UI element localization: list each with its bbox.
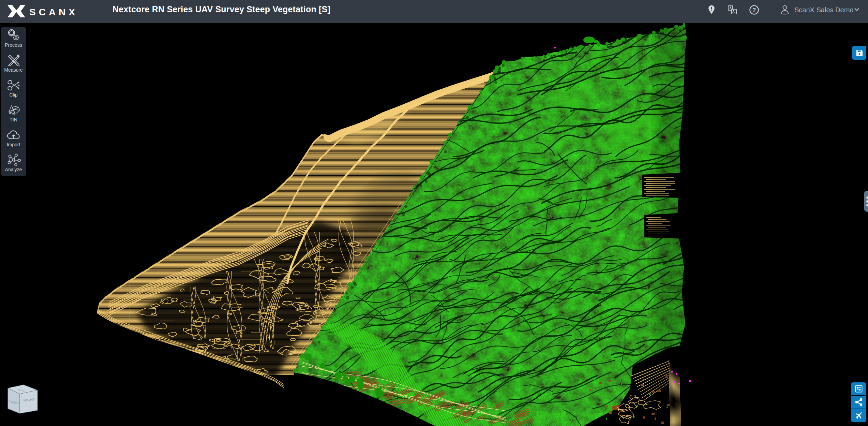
svg-text:SCANX: SCANX (29, 7, 78, 17)
svg-text:?: ? (752, 7, 756, 13)
